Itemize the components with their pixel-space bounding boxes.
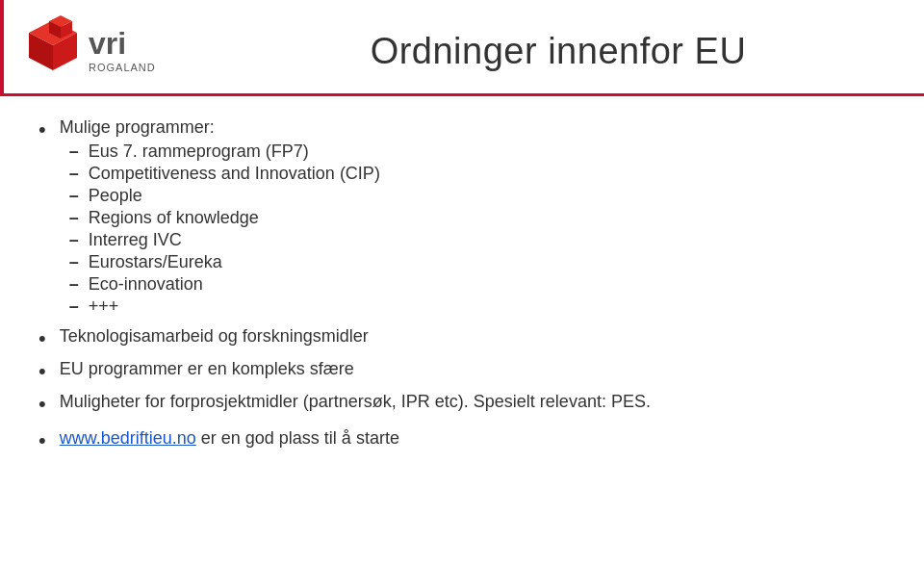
sub-item-7: –Eco-innovation xyxy=(60,274,380,295)
main-list: Mulige programmer: –Eus 7. rammeprogram … xyxy=(38,116,886,453)
dash-2: – xyxy=(69,164,79,184)
header: vri ROGALAND Ordninger innenfor EU xyxy=(0,0,924,96)
dash-5: – xyxy=(69,230,79,250)
sub-item-6-text: Eurostars/Eureka xyxy=(89,252,222,272)
dash-1: – xyxy=(69,142,79,162)
list-item-5: www.bedriftieu.no er en god plass til å … xyxy=(38,426,886,453)
bullet-icon-2 xyxy=(38,326,46,351)
dash-4: – xyxy=(69,208,79,228)
sub-item-8-text: +++ xyxy=(89,296,119,317)
sub-item-8: –+++ xyxy=(60,296,380,317)
bullet-icon-5 xyxy=(38,428,46,453)
bullet2-text: Teknologisamarbeid og forskningsmidler xyxy=(60,324,369,348)
sub-item-3: –People xyxy=(60,186,380,206)
bullet-icon-3 xyxy=(38,359,46,384)
bullet-icon-4 xyxy=(38,392,46,417)
list-item-3: EU programmer er en kompleks sfære xyxy=(38,357,886,384)
dash-3: – xyxy=(69,186,79,206)
logo-svg: vri ROGALAND xyxy=(19,15,183,88)
sub-item-7-text: Eco-innovation xyxy=(89,274,203,295)
dash-6: – xyxy=(69,252,79,272)
svg-text:vri: vri xyxy=(89,26,126,61)
sub-item-2: –Competitiveness and Innovation (CIP) xyxy=(60,164,380,184)
list-item-2: Teknologisamarbeid og forskningsmidler xyxy=(38,324,886,351)
svg-text:ROGALAND: ROGALAND xyxy=(89,62,156,73)
bullet3-text: EU programmer er en kompleks sfære xyxy=(60,357,354,381)
sub-item-5: –Interreg IVC xyxy=(60,230,380,250)
dash-8: – xyxy=(69,296,79,317)
sub-item-2-text: Competitiveness and Innovation (CIP) xyxy=(89,164,380,184)
bullet5-text: www.bedriftieu.no er en god plass til å … xyxy=(60,426,399,450)
sub-item-1-text: Eus 7. rammeprogram (FP7) xyxy=(89,142,309,162)
sub-item-6: –Eurostars/Eureka xyxy=(60,252,380,272)
sub-item-1: –Eus 7. rammeprogram (FP7) xyxy=(60,142,380,162)
content-area: Mulige programmer: –Eus 7. rammeprogram … xyxy=(0,96,924,474)
bullet4-text: Muligheter for forprosjektmidler (partne… xyxy=(60,390,651,414)
bullet1-label: Mulige programmer: xyxy=(60,117,215,137)
sub-list: –Eus 7. rammeprogram (FP7) –Competitiven… xyxy=(60,142,380,317)
list-item-4: Muligheter for forprosjektmidler (partne… xyxy=(38,390,886,417)
bullet5-suffix: er en god plass til å starte xyxy=(196,428,399,448)
sub-item-5-text: Interreg IVC xyxy=(89,230,182,250)
sub-item-4-text: Regions of knowledge xyxy=(89,208,259,228)
bullet1-content: Mulige programmer: –Eus 7. rammeprogram … xyxy=(60,116,380,319)
list-item-1: Mulige programmer: –Eus 7. rammeprogram … xyxy=(38,116,886,319)
bedriftieu-link[interactable]: www.bedriftieu.no xyxy=(60,428,196,448)
sub-item-3-text: People xyxy=(89,186,142,206)
dash-7: – xyxy=(69,274,79,295)
sub-item-4: –Regions of knowledge xyxy=(60,208,380,228)
page-title: Ordninger innenfor EU xyxy=(212,31,905,72)
logo-area: vri ROGALAND xyxy=(19,15,212,88)
header-left-bar xyxy=(0,0,4,93)
bullet-icon-1 xyxy=(38,117,46,142)
